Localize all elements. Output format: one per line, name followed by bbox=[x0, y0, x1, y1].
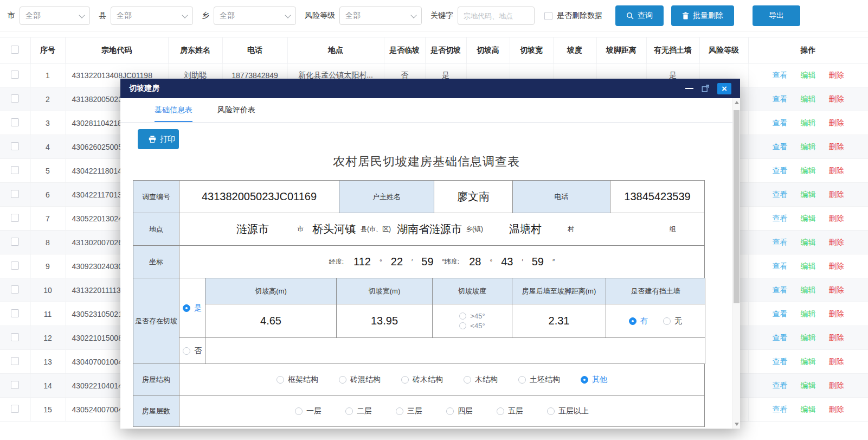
edit-link[interactable]: 编辑 bbox=[801, 285, 816, 294]
structure-option[interactable]: 框架结构 bbox=[277, 375, 318, 385]
delete-link[interactable]: 删除 bbox=[829, 166, 844, 175]
edit-link[interactable]: 编辑 bbox=[801, 166, 816, 175]
structure-option[interactable]: 其他 bbox=[581, 375, 607, 385]
edit-link[interactable]: 编辑 bbox=[801, 381, 816, 390]
floors-option[interactable]: 二层 bbox=[345, 406, 372, 416]
view-link[interactable]: 查看 bbox=[773, 357, 788, 366]
scrollbar-thumb[interactable] bbox=[734, 110, 740, 303]
view-link[interactable]: 查看 bbox=[773, 238, 788, 246]
delete-link[interactable]: 删除 bbox=[829, 238, 844, 246]
view-link[interactable]: 查看 bbox=[773, 214, 788, 222]
row-checkbox[interactable] bbox=[11, 94, 19, 103]
row-checkbox[interactable] bbox=[11, 214, 19, 222]
view-link[interactable]: 查看 bbox=[773, 309, 788, 318]
row-checkbox[interactable] bbox=[11, 357, 19, 365]
risk-select[interactable]: 全部 bbox=[339, 7, 422, 25]
slope-angle-option[interactable]: >45° bbox=[459, 312, 485, 320]
floors-option[interactable]: 一层 bbox=[295, 406, 322, 416]
view-link[interactable]: 查看 bbox=[773, 94, 788, 103]
delete-link[interactable]: 删除 bbox=[829, 285, 844, 294]
view-link[interactable]: 查看 bbox=[773, 285, 788, 294]
edit-link[interactable]: 编辑 bbox=[801, 262, 816, 270]
row-checkbox[interactable] bbox=[11, 71, 19, 79]
cut-slope-yes-option[interactable]: 是 bbox=[183, 303, 202, 313]
row-checkbox[interactable] bbox=[11, 381, 19, 389]
row-checkbox[interactable] bbox=[11, 309, 19, 317]
view-link[interactable]: 查看 bbox=[773, 333, 788, 342]
delete-link[interactable]: 删除 bbox=[829, 333, 844, 342]
town-select[interactable]: 全部 bbox=[214, 7, 296, 25]
structure-option[interactable]: 木结构 bbox=[464, 375, 498, 385]
edit-link[interactable]: 编辑 bbox=[801, 71, 816, 79]
structure-option[interactable]: 砖混结构 bbox=[339, 375, 381, 385]
edit-link[interactable]: 编辑 bbox=[801, 142, 816, 151]
edit-link[interactable]: 编辑 bbox=[801, 94, 816, 103]
edit-link[interactable]: 编辑 bbox=[801, 214, 816, 222]
view-link[interactable]: 查看 bbox=[773, 71, 788, 79]
floors-option[interactable]: 五层 bbox=[497, 406, 523, 416]
edit-link[interactable]: 编辑 bbox=[801, 309, 816, 318]
slope-angle-option[interactable]: <45° bbox=[459, 322, 485, 330]
export-button[interactable]: 导出 bbox=[753, 5, 800, 26]
row-checkbox[interactable] bbox=[11, 118, 19, 126]
structure-option[interactable]: 土坯结构 bbox=[518, 375, 560, 385]
row-checkbox[interactable] bbox=[11, 238, 19, 246]
wall-options: 有无 bbox=[629, 316, 682, 326]
structure-option[interactable]: 砖木结构 bbox=[401, 375, 443, 385]
view-link[interactable]: 查看 bbox=[773, 142, 788, 151]
tab-basic-info[interactable]: 基础信息表 bbox=[155, 98, 192, 122]
scroll-down-icon[interactable] bbox=[735, 423, 739, 426]
minimize-icon[interactable] bbox=[685, 88, 693, 89]
tab-risk-evaluation[interactable]: 风险评价表 bbox=[217, 98, 255, 122]
row-checkbox[interactable] bbox=[11, 262, 19, 270]
delete-link[interactable]: 删除 bbox=[829, 262, 844, 270]
row-checkbox[interactable] bbox=[11, 285, 19, 294]
modal-scrollbar[interactable] bbox=[732, 98, 740, 429]
wall-option[interactable]: 有 bbox=[629, 316, 648, 326]
cut-slope-no-option[interactable]: 否 bbox=[183, 346, 202, 356]
row-checkbox[interactable] bbox=[11, 333, 19, 341]
delete-link[interactable]: 删除 bbox=[829, 71, 844, 79]
view-link[interactable]: 查看 bbox=[773, 190, 788, 199]
edit-link[interactable]: 编辑 bbox=[801, 405, 816, 413]
view-link[interactable]: 查看 bbox=[773, 405, 788, 413]
scroll-up-icon[interactable] bbox=[735, 101, 739, 104]
delete-link[interactable]: 删除 bbox=[829, 309, 844, 318]
view-link[interactable]: 查看 bbox=[773, 262, 788, 270]
city-select[interactable]: 全部 bbox=[20, 7, 90, 25]
delete-link[interactable]: 删除 bbox=[829, 405, 844, 413]
keyword-input[interactable] bbox=[458, 7, 535, 25]
view-link[interactable]: 查看 bbox=[773, 118, 788, 127]
floors-option[interactable]: 四层 bbox=[446, 406, 473, 416]
edit-link[interactable]: 编辑 bbox=[801, 333, 816, 342]
floors-option[interactable]: 三层 bbox=[396, 406, 422, 416]
select-all-checkbox[interactable] bbox=[11, 46, 19, 54]
edit-link[interactable]: 编辑 bbox=[801, 357, 816, 366]
radio-icon bbox=[446, 407, 454, 415]
county-select[interactable]: 全部 bbox=[111, 7, 193, 25]
search-button[interactable]: 查询 bbox=[615, 5, 664, 26]
delete-link[interactable]: 删除 bbox=[829, 142, 844, 151]
deleted-data-checkbox[interactable] bbox=[544, 12, 552, 20]
delete-link[interactable]: 删除 bbox=[829, 214, 844, 222]
floors-option[interactable]: 五层以上 bbox=[547, 406, 589, 416]
edit-link[interactable]: 编辑 bbox=[801, 190, 816, 199]
row-checkbox[interactable] bbox=[11, 166, 19, 174]
batch-delete-button[interactable]: 批量删除 bbox=[671, 5, 734, 26]
wall-option[interactable]: 无 bbox=[663, 316, 682, 326]
maximize-icon[interactable] bbox=[702, 85, 709, 92]
row-checkbox[interactable] bbox=[11, 190, 19, 198]
delete-link[interactable]: 删除 bbox=[829, 118, 844, 127]
edit-link[interactable]: 编辑 bbox=[801, 118, 816, 127]
row-checkbox[interactable] bbox=[11, 405, 19, 413]
row-checkbox[interactable] bbox=[11, 142, 19, 150]
view-link[interactable]: 查看 bbox=[773, 381, 788, 390]
delete-link[interactable]: 删除 bbox=[829, 357, 844, 366]
delete-link[interactable]: 删除 bbox=[829, 190, 844, 199]
view-link[interactable]: 查看 bbox=[773, 166, 788, 175]
delete-link[interactable]: 删除 bbox=[829, 381, 844, 390]
delete-link[interactable]: 删除 bbox=[829, 94, 844, 103]
close-icon[interactable]: × bbox=[717, 83, 731, 94]
edit-link[interactable]: 编辑 bbox=[801, 238, 816, 246]
print-button[interactable]: 打印 bbox=[138, 129, 179, 149]
